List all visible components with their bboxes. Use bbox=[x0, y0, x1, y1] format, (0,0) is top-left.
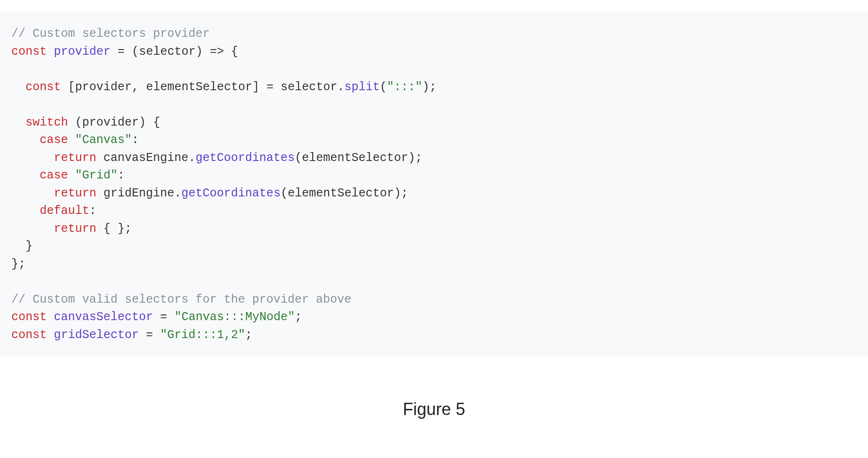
code-token-punct: ( bbox=[75, 116, 82, 129]
code-line: return gridEngine.getCoordinates(element… bbox=[11, 187, 408, 200]
code-token-string: "Canvas" bbox=[75, 133, 132, 147]
code-token-punct: ; bbox=[415, 151, 422, 165]
code-token-string: "Grid:::1,2" bbox=[160, 328, 245, 342]
code-token-punct: : bbox=[118, 169, 125, 182]
code-token-punct bbox=[203, 45, 210, 59]
code-token-punct: ) bbox=[408, 151, 415, 165]
code-token-keyword: return bbox=[54, 151, 96, 165]
code-token-punct: = bbox=[266, 80, 273, 94]
code-token-punct bbox=[68, 169, 75, 182]
code-token-punct: ; bbox=[125, 222, 132, 236]
code-line bbox=[11, 62, 18, 76]
code-token-ident: gridEngine bbox=[103, 187, 174, 200]
code-token-punct: ) bbox=[139, 116, 146, 129]
code-token-punct bbox=[96, 187, 103, 200]
code-token-method: getCoordinates bbox=[196, 151, 295, 165]
code-token-punct: . bbox=[174, 187, 181, 200]
code-line bbox=[11, 98, 18, 111]
code-token-punct: . bbox=[188, 151, 196, 165]
code-token-punct: ) bbox=[196, 45, 203, 59]
code-token-punct bbox=[139, 328, 146, 342]
code-token-keyword: const bbox=[11, 45, 47, 59]
code-token-punct: ) bbox=[422, 80, 429, 94]
code-token-ident: provider bbox=[82, 116, 139, 129]
code-token-punct bbox=[139, 80, 146, 94]
code-token-punct bbox=[273, 80, 281, 94]
code-line: const canvasSelector = "Canvas:::MyNode"… bbox=[11, 310, 302, 324]
code-token-punct bbox=[153, 310, 160, 324]
code-line: switch (provider) { bbox=[11, 116, 160, 129]
code-line: return canvasEngine.getCoordinates(eleme… bbox=[11, 151, 422, 165]
code-token-punct: = bbox=[118, 45, 125, 59]
code-token-ident: provider bbox=[75, 80, 132, 94]
code-token-keyword: const bbox=[11, 310, 47, 324]
code-line: } bbox=[11, 239, 33, 253]
code-token-punct: ] bbox=[252, 80, 259, 94]
code-token-ident: selector bbox=[281, 80, 337, 94]
code-token-ident: elementSelector bbox=[302, 151, 408, 165]
code-token-punct bbox=[96, 222, 103, 236]
code-line: }; bbox=[11, 257, 26, 271]
code-token-punct bbox=[68, 116, 75, 129]
code-token-string: "Grid" bbox=[75, 169, 118, 182]
code-token-decl: gridSelector bbox=[54, 328, 139, 342]
code-line: default: bbox=[11, 204, 96, 218]
code-token-punct bbox=[224, 45, 231, 59]
code-token-decl: canvasSelector bbox=[54, 310, 153, 324]
code-token-punct: ; bbox=[18, 257, 26, 271]
code-token-keyword: switch bbox=[26, 116, 68, 129]
code-token-punct: { bbox=[103, 222, 111, 236]
code-token-punct: ) bbox=[394, 187, 401, 200]
code-token-punct: . bbox=[337, 80, 344, 94]
code-token-punct: ( bbox=[132, 45, 139, 59]
code-token-punct bbox=[61, 80, 68, 94]
code-token-method: getCoordinates bbox=[181, 187, 281, 200]
code-token-keyword: const bbox=[26, 80, 61, 94]
code-comment: // Custom valid selectors for the provid… bbox=[11, 293, 351, 306]
code-token-ident: selector bbox=[139, 45, 196, 59]
code-token-keyword: case bbox=[40, 133, 68, 147]
code-token-punct bbox=[68, 133, 75, 147]
code-token-punct bbox=[125, 45, 132, 59]
code-token-punct: , bbox=[132, 80, 139, 94]
code-token-punct bbox=[167, 310, 174, 324]
code-line: return { }; bbox=[11, 222, 132, 236]
code-token-ident: elementSelector bbox=[146, 80, 252, 94]
code-token-punct bbox=[153, 328, 160, 342]
code-token-keyword: default bbox=[40, 204, 89, 218]
code-token-punct: ; bbox=[429, 80, 436, 94]
code-token-punct: [ bbox=[68, 80, 75, 94]
code-token-punct bbox=[47, 45, 54, 59]
code-token-punct: { bbox=[153, 116, 160, 129]
code-token-string: ":::" bbox=[387, 80, 422, 94]
code-line: const provider = (selector) => { bbox=[11, 45, 238, 59]
code-token-method: split bbox=[344, 80, 380, 94]
figure-caption: Figure 5 bbox=[0, 399, 868, 419]
code-token-keyword: const bbox=[11, 328, 47, 342]
code-token-punct bbox=[47, 310, 54, 324]
code-token-punct: } bbox=[26, 239, 33, 253]
code-token-punct: = bbox=[146, 328, 153, 342]
code-token-punct: ; bbox=[245, 328, 252, 342]
code-line: const gridSelector = "Grid:::1,2"; bbox=[11, 328, 252, 342]
code-token-punct: ; bbox=[295, 310, 302, 324]
code-line: // Custom valid selectors for the provid… bbox=[11, 293, 351, 306]
code-token-arrow: => bbox=[210, 45, 224, 59]
code-token-punct bbox=[96, 151, 103, 165]
code-token-punct: } bbox=[11, 257, 18, 271]
code-line: case "Grid": bbox=[11, 169, 125, 182]
code-token-ident: canvasEngine bbox=[103, 151, 188, 165]
code-token-punct: { bbox=[231, 45, 238, 59]
code-token-punct bbox=[111, 45, 118, 59]
code-token-punct bbox=[259, 80, 266, 94]
code-token-punct: = bbox=[160, 310, 167, 324]
code-line: const [provider, elementSelector] = sele… bbox=[11, 80, 436, 94]
code-token-keyword: case bbox=[40, 169, 68, 182]
code-line: case "Canvas": bbox=[11, 133, 139, 147]
code-token-punct bbox=[146, 116, 153, 129]
code-comment: // Custom selectors provider bbox=[11, 27, 210, 41]
code-token-punct: : bbox=[132, 133, 139, 147]
code-token-ident: elementSelector bbox=[288, 187, 394, 200]
code-token-string: "Canvas:::MyNode" bbox=[174, 310, 295, 324]
code-line: // Custom selectors provider bbox=[11, 27, 210, 41]
